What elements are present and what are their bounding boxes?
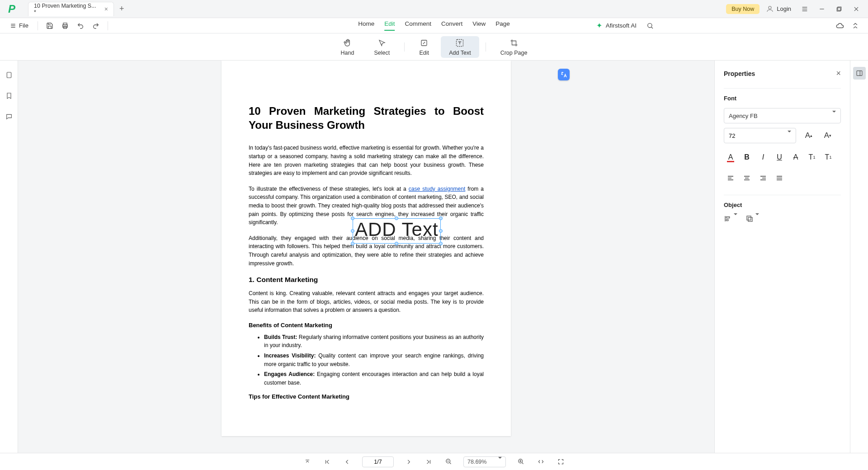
left-rail	[0, 61, 18, 453]
font-size-value: 72	[729, 132, 735, 139]
thumbnails-button[interactable]	[3, 69, 15, 81]
undo-button[interactable]	[74, 19, 87, 32]
close-properties-button[interactable]: ×	[836, 69, 841, 78]
resize-handle[interactable]	[439, 216, 443, 220]
tab-convert[interactable]: Convert	[441, 20, 462, 31]
ai-assistant-button[interactable]: ✦ Afirstsoft AI	[596, 21, 637, 30]
translate-badge[interactable]	[558, 69, 570, 80]
align-center-button[interactable]	[740, 171, 754, 185]
svg-rect-36	[748, 217, 752, 221]
tool-add-text-label: Add Text	[449, 50, 471, 56]
doc-title: 10 Proven Marketing Strategies to Boost …	[249, 104, 484, 132]
tool-hand[interactable]: Hand	[333, 36, 363, 58]
last-page-icon	[425, 459, 432, 465]
tab-comment[interactable]: Comment	[405, 20, 431, 31]
strikethrough-button[interactable]: A	[789, 150, 802, 164]
added-text-content[interactable]: ADD Text	[355, 219, 439, 240]
font-size-select[interactable]: 72	[724, 128, 796, 143]
align-right-button[interactable]	[756, 171, 770, 185]
align-left-button[interactable]	[724, 171, 737, 185]
redo-icon	[92, 22, 99, 29]
search-button[interactable]	[644, 19, 656, 32]
restore-button[interactable]	[834, 4, 844, 14]
subscript-button[interactable]: T1	[821, 150, 835, 164]
resize-handle[interactable]	[351, 229, 354, 233]
align-justify-button[interactable]	[773, 171, 786, 185]
zoom-out-button[interactable]	[443, 457, 453, 467]
chevron-down-icon	[788, 132, 791, 139]
zoom-value: 78.69%	[467, 459, 486, 465]
tool-select[interactable]: Select	[366, 36, 398, 58]
last-page-button[interactable]	[424, 457, 434, 467]
zoom-in-button[interactable]	[516, 457, 526, 467]
comment-icon	[5, 113, 13, 120]
zoom-select[interactable]: 78.69%	[463, 456, 506, 467]
tool-edit[interactable]: Edit	[411, 36, 437, 58]
page-number-input[interactable]	[362, 456, 394, 467]
prev-page-button[interactable]	[342, 457, 352, 467]
cloud-button[interactable]	[834, 19, 846, 32]
comments-button[interactable]	[3, 110, 15, 123]
font-color-button[interactable]: A	[724, 150, 737, 164]
document-tab[interactable]: 10 Proven Marketing S... * ×	[28, 2, 114, 16]
first-page-button[interactable]	[322, 457, 332, 467]
case-study-link[interactable]: case study assignment	[409, 186, 466, 192]
svg-line-44	[449, 462, 451, 464]
tab-page[interactable]: Page	[495, 20, 510, 31]
font-family-select[interactable]: Agency FB	[724, 108, 841, 123]
file-label: File	[19, 22, 28, 29]
tool-edit-label: Edit	[419, 50, 429, 56]
added-text-selection[interactable]: ADD Text	[353, 218, 441, 244]
ribbon-toolbar: Hand Select Edit Add Text Crop Page	[0, 33, 868, 61]
doc-list: Builds Trust: Regularly sharing informat…	[249, 333, 484, 387]
bold-button[interactable]: B	[740, 150, 754, 164]
print-button[interactable]	[59, 19, 71, 32]
list-item: Engages Audience: Engaging content encou…	[264, 370, 484, 387]
resize-handle[interactable]	[351, 242, 354, 245]
tab-home[interactable]: Home	[358, 20, 374, 31]
font-section-label: Font	[724, 95, 841, 102]
hand-icon	[343, 38, 353, 48]
close-window-button[interactable]	[851, 4, 862, 14]
tool-crop-label: Crop Page	[500, 50, 528, 56]
align-center-icon	[743, 174, 750, 182]
object-align-button[interactable]	[724, 215, 737, 223]
resize-handle[interactable]	[351, 216, 354, 220]
align-right-icon	[760, 174, 767, 182]
italic-button[interactable]: I	[756, 150, 770, 164]
login-button[interactable]: Login	[766, 5, 791, 13]
close-tab-icon[interactable]: ×	[104, 5, 108, 13]
bookmarks-button[interactable]	[3, 89, 15, 102]
next-page-button[interactable]	[404, 457, 414, 467]
resize-handle[interactable]	[439, 242, 443, 245]
tool-add-text[interactable]: Add Text	[441, 36, 479, 58]
tab-edit[interactable]: Edit	[384, 20, 395, 31]
minimize-button[interactable]	[816, 4, 827, 14]
redo-button[interactable]	[90, 19, 102, 32]
hamburger-menu-icon[interactable]	[799, 4, 810, 14]
app-logo: P	[4, 1, 20, 17]
decrease-font-button[interactable]: A▾	[821, 129, 834, 142]
save-button[interactable]	[43, 19, 56, 32]
hamburger-icon	[10, 23, 16, 29]
undo-icon	[77, 22, 84, 29]
fit-page-button[interactable]	[556, 457, 566, 467]
toggle-properties-button[interactable]	[853, 67, 866, 80]
buy-now-button[interactable]: Buy Now	[726, 4, 760, 14]
list-item: Builds Trust: Regularly sharing informat…	[264, 333, 484, 350]
scroll-top-button[interactable]	[302, 457, 312, 467]
file-menu-button[interactable]: File	[6, 20, 32, 31]
superscript-button[interactable]: T1	[805, 150, 819, 164]
resize-handle[interactable]	[439, 229, 443, 233]
underline-button[interactable]: U	[773, 150, 786, 164]
document-canvas[interactable]: 10 Proven Marketing Strategies to Boost …	[18, 61, 714, 453]
panel-icon	[856, 70, 863, 77]
tool-crop-page[interactable]: Crop Page	[492, 36, 536, 58]
increase-font-button[interactable]: A▴	[802, 129, 815, 142]
new-tab-button[interactable]: +	[119, 4, 124, 14]
main-area: 10 Proven Marketing Strategies to Boost …	[0, 61, 868, 453]
tab-view[interactable]: View	[472, 20, 486, 31]
collapse-ribbon-button[interactable]	[849, 19, 862, 32]
object-arrange-button[interactable]	[745, 215, 759, 223]
fit-width-button[interactable]	[536, 457, 546, 467]
